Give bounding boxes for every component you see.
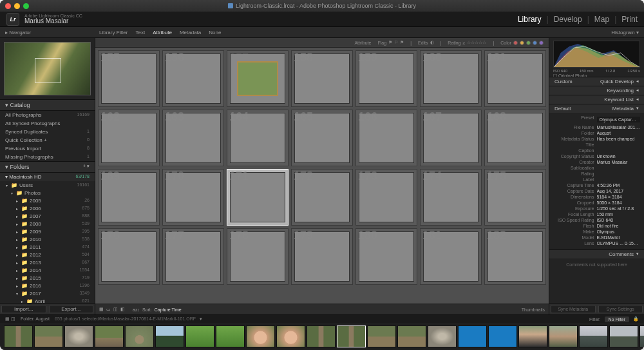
filmstrip-cell[interactable] <box>34 326 63 347</box>
color-filter-dot[interactable] <box>533 41 537 45</box>
fullscreen-icon[interactable] <box>23 3 29 9</box>
grid-cell[interactable]: 156 <box>162 50 224 107</box>
filmstrip-cell[interactable] <box>367 326 396 347</box>
module-print[interactable]: Print <box>621 15 638 24</box>
export-button[interactable]: Export... <box>49 305 94 313</box>
filter-tab-metadata[interactable]: Metadata <box>176 30 205 35</box>
edits-icon[interactable]: ◐ <box>430 40 434 45</box>
folder-row[interactable]: ▾📁Users16161 <box>0 181 95 189</box>
preset-dropdown[interactable]: Olympus Capture One... <box>597 117 641 122</box>
folder-row[interactable]: ▸📁April621 <box>0 297 95 303</box>
filmstrip-cell[interactable] <box>609 326 638 347</box>
catalog-item[interactable]: Missing Photographs1 <box>0 153 95 161</box>
sort-dropdown[interactable]: Capture Time <box>155 307 182 312</box>
rating-op-icon[interactable]: ≥ <box>463 41 466 45</box>
folder-row[interactable]: ▸📁2006675 <box>0 204 95 212</box>
folder-row[interactable]: ▸📁2015719 <box>0 274 95 282</box>
catalog-item[interactable]: Quick Collection +0 <box>0 136 95 144</box>
filmstrip-cell[interactable] <box>639 326 644 347</box>
metadata-header[interactable]: DefaultMetadata▾ <box>549 104 644 113</box>
grid-toggle-icon[interactable]: ▦ ◫ <box>5 316 15 321</box>
color-filter-dot[interactable] <box>520 41 524 45</box>
filmstrip-cell[interactable] <box>488 326 517 347</box>
filter-tab-attribute[interactable]: Attribute <box>149 30 176 35</box>
folder-row[interactable]: ▸📁2009395 <box>0 228 95 235</box>
module-library[interactable]: Library <box>518 15 542 24</box>
chevron-down-icon[interactable]: ▾ <box>200 316 202 321</box>
module-develop[interactable]: Develop <box>554 15 582 24</box>
catalog-item[interactable]: All Synced Photographs <box>0 119 95 128</box>
filmstrip-cell[interactable] <box>125 326 154 347</box>
grid-cell[interactable]: 168 <box>484 110 546 166</box>
grid-cell[interactable]: 171 <box>227 169 289 226</box>
grid-cell[interactable]: 179 <box>291 228 353 285</box>
folders-header[interactable]: ▾ Folders+ ▾ <box>0 161 95 173</box>
filmstrip-cell[interactable] <box>185 326 214 347</box>
flag-unflag-icon[interactable]: ⚐ <box>394 40 398 45</box>
folder-row[interactable]: ▸📁2007888 <box>0 212 95 220</box>
filmstrip-cell[interactable] <box>428 326 457 347</box>
filmstrip[interactable] <box>0 323 644 350</box>
grid-cell[interactable]: 157 <box>227 50 289 107</box>
filmstrip-cell[interactable] <box>337 326 366 347</box>
grid-cell[interactable]: 177 <box>162 228 224 285</box>
filmstrip-cell[interactable] <box>458 326 487 347</box>
grid-cell[interactable]: 162 <box>98 110 160 166</box>
grid-cell[interactable]: 170 <box>162 169 224 226</box>
grid-cell[interactable]: 181 <box>420 228 482 285</box>
catalog-item[interactable]: Synced Duplicates1 <box>0 128 95 136</box>
grid-cell[interactable]: 176 <box>98 228 160 285</box>
grid-cell[interactable]: 175 <box>484 169 546 226</box>
folder-row[interactable]: ▸📁20161396 <box>0 282 95 289</box>
navigator-header[interactable]: ▸ Navigator <box>0 30 95 35</box>
grid-cell[interactable]: 182 <box>484 228 546 285</box>
grid-cell[interactable]: 173 <box>355 169 417 226</box>
histogram-header[interactable]: Histogram ▾ <box>549 30 644 35</box>
folder-row[interactable]: ▸📁2010538 <box>0 235 95 243</box>
comments-header[interactable]: Comments▾ <box>549 250 644 258</box>
loupe-mode-icon[interactable]: ▭ <box>106 307 111 312</box>
filmstrip-cell[interactable] <box>246 326 275 347</box>
filmstrip-cell[interactable] <box>276 326 305 347</box>
filmstrip-cell[interactable] <box>549 326 578 347</box>
lock-icon[interactable]: 🔒 <box>633 316 639 322</box>
folder-row[interactable]: ▸📁200526 <box>0 197 95 204</box>
folder-row[interactable]: ▸📁2008539 <box>0 220 95 228</box>
catalog-item[interactable]: Previous Import8 <box>0 144 95 153</box>
grid-cell[interactable]: 164 <box>227 110 289 166</box>
grid-mode-icon[interactable]: ▦ <box>99 307 104 312</box>
filter-tab-none[interactable]: None <box>205 30 225 35</box>
import-button[interactable]: Import... <box>1 305 46 313</box>
filmstrip-cell[interactable] <box>4 326 33 347</box>
grid-cell[interactable]: 159 <box>355 50 417 107</box>
grid-cell[interactable]: 158 <box>291 50 353 107</box>
navigator-preview[interactable] <box>0 38 95 99</box>
color-filter-dot[interactable] <box>513 41 518 45</box>
filmstrip-cell[interactable] <box>518 326 547 347</box>
grid-cell[interactable]: 174 <box>420 169 482 226</box>
grid-view[interactable]: 1551561571581591601611621631641651661671… <box>95 48 549 304</box>
color-filter-dot[interactable] <box>539 41 544 45</box>
catalog-header[interactable]: ▾ Catalog <box>0 99 95 111</box>
grid-cell[interactable]: 165 <box>291 110 353 166</box>
keywording-header[interactable]: Keywording◂ <box>549 86 644 95</box>
minimize-icon[interactable] <box>14 3 20 9</box>
filter-tab-text[interactable]: Text <box>131 30 149 35</box>
folder-row[interactable]: ▾📁Photos <box>0 189 95 197</box>
grid-cell[interactable]: 163 <box>162 110 224 166</box>
grid-cell[interactable]: 161 <box>484 50 546 107</box>
custom-dropdown[interactable]: CustomQuick Develop◂ <box>549 77 644 86</box>
grid-cell[interactable]: 178 <box>227 228 289 285</box>
folder-row[interactable]: ▸📁2013867 <box>0 258 95 266</box>
catalog-item[interactable]: All Photographs16169 <box>0 111 95 119</box>
flag-reject-icon[interactable]: ⚑ <box>400 40 404 45</box>
sync-settings-button[interactable]: Sync Settings <box>598 305 643 313</box>
breadcrumb[interactable]: Folder: August <box>21 316 50 321</box>
grid-cell[interactable]: 180 <box>355 228 417 285</box>
folder-row[interactable]: ▾📁20173349 <box>0 289 95 297</box>
filmstrip-cell[interactable] <box>155 326 184 347</box>
flag-pick-icon[interactable]: ⚑ <box>388 40 392 45</box>
grid-cell[interactable]: 172 <box>291 169 353 226</box>
star-icon[interactable]: ☆☆☆☆☆ <box>467 40 486 45</box>
filmstrip-cell[interactable] <box>579 326 608 347</box>
